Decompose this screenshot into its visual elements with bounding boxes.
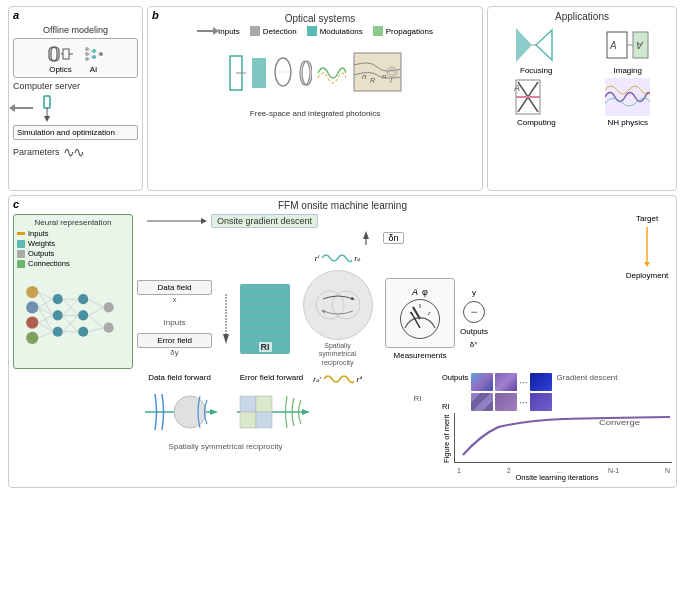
- svg-point-55: [53, 327, 63, 337]
- svg-rect-1: [51, 47, 59, 61]
- y-label: y: [472, 288, 476, 297]
- legend-propagations: Propagations: [373, 26, 433, 36]
- svg-marker-94: [644, 262, 650, 267]
- measurements-label: Measurements: [394, 351, 447, 360]
- photonic-chip-icon: n R n I: [350, 45, 405, 100]
- laser-source-icon: [226, 48, 246, 98]
- svg-line-90: [428, 312, 430, 315]
- error-field-box: Error field: [137, 333, 212, 348]
- target-arrow-icon: [639, 227, 655, 267]
- target-label: Target: [636, 214, 658, 223]
- converge-section: Outputs RI ···: [442, 373, 672, 483]
- optics-icon: Optics: [47, 43, 75, 74]
- converge-chart: Converge 1 2 ... N-1 N: [454, 413, 672, 463]
- svg-marker-35: [516, 28, 532, 62]
- main-flow: Onsite gradient descent δn Data field: [137, 214, 618, 369]
- svg-text:A: A: [514, 83, 520, 93]
- ri-label-flow: rᴵ: [315, 254, 319, 263]
- x-1: 1: [457, 467, 461, 474]
- svg-marker-81: [201, 218, 207, 224]
- svg-point-9: [92, 55, 96, 59]
- a-label: A: [412, 287, 418, 297]
- legend-modulations-label: Modulations: [320, 27, 363, 36]
- wave-reciprocity-area: rᴵ rₒ: [295, 248, 380, 389]
- label-a: a: [13, 9, 19, 21]
- outputs-col: y − Outputs δˣ: [460, 288, 488, 349]
- focusing-icon: [514, 26, 559, 64]
- x-label: x: [137, 295, 212, 304]
- legend-inputs: Inputs: [197, 27, 240, 36]
- arrow-to-ri-icon: [217, 289, 235, 349]
- measurements-col: A φ: [385, 278, 455, 360]
- svg-marker-85: [223, 334, 229, 344]
- inputs-arrow-icon: [197, 30, 215, 32]
- legend-inputs-label: Inputs: [218, 27, 240, 36]
- detection-box-icon: [250, 26, 260, 36]
- middle-area: Neural representation Inputs Weights Out…: [13, 214, 672, 369]
- svg-line-12: [89, 51, 92, 54]
- legend-modulations: Modulations: [307, 26, 363, 36]
- svg-rect-2: [63, 49, 69, 59]
- svg-rect-103: [256, 412, 272, 428]
- data-field-fwd-diagram: [140, 384, 220, 439]
- x-n1: N-1: [608, 467, 619, 474]
- delta-n-arrow-icon: [351, 231, 381, 245]
- delta-y-label: δy: [137, 348, 212, 357]
- svg-point-57: [78, 310, 88, 320]
- propagations-box-icon: [373, 26, 383, 36]
- svg-point-7: [85, 57, 89, 61]
- panel-apps: Applications Focusing A: [487, 6, 677, 191]
- panel-a: a Offline modeling Optics: [8, 6, 143, 191]
- svg-text:n: n: [382, 72, 387, 81]
- ri-bottom-label: RI: [217, 394, 618, 403]
- svg-line-77: [88, 307, 103, 315]
- svg-line-76: [88, 299, 103, 307]
- wave1-icon: [322, 248, 352, 268]
- svg-line-11: [89, 49, 92, 51]
- spat-sym-section: Data field forward: [13, 373, 438, 483]
- legend-detection-label: Detection: [263, 27, 297, 36]
- optics-svg-icon: [47, 43, 75, 65]
- label-b: b: [152, 9, 159, 21]
- wave-propagation-icon: [316, 48, 346, 98]
- svg-line-15: [96, 51, 99, 54]
- legend-connections-label: Connections: [28, 259, 70, 268]
- svg-line-66: [38, 315, 52, 322]
- optical-systems-title: Optical systems: [152, 13, 478, 24]
- computing-icon: A: [514, 78, 559, 116]
- svg-point-58: [78, 327, 88, 337]
- imaging-icon: A ∀: [605, 26, 650, 64]
- ai-icon: AI: [83, 43, 105, 74]
- ai-svg-icon: [83, 43, 105, 65]
- label-c: c: [13, 198, 19, 210]
- data-error-col: Data field x Inputs Error field δy: [137, 280, 212, 357]
- simulation-box: Simulation and optimization: [13, 125, 138, 140]
- svg-rect-17: [44, 96, 50, 108]
- svg-marker-36: [536, 30, 552, 60]
- svg-text:Converge: Converge: [599, 418, 640, 427]
- svg-rect-48: [605, 78, 650, 116]
- gauge-icon: [400, 299, 440, 339]
- delta-x-label: δˣ: [470, 340, 478, 349]
- svg-point-86: [310, 277, 366, 333]
- outputs-label: Outputs: [460, 327, 488, 336]
- svg-text:A: A: [609, 40, 617, 51]
- svg-line-67: [38, 323, 52, 332]
- phi-label: φ: [422, 287, 428, 297]
- ri-main-label: RI: [259, 342, 272, 352]
- svg-point-8: [92, 49, 96, 53]
- x-dots: ...: [556, 467, 562, 474]
- app-computing: A Computing: [492, 78, 581, 127]
- gradient-descent-label: Onsite gradient descent: [211, 214, 318, 228]
- ffm-title: FFM onsite machine learning: [13, 200, 672, 211]
- inputs-flow-label: Inputs: [137, 318, 212, 327]
- ri-block: RI: [240, 284, 290, 354]
- panel-c: c FFM onsite machine learning Neural rep…: [8, 195, 677, 488]
- svg-marker-99: [302, 409, 310, 415]
- app-focusing: Focusing: [492, 26, 581, 75]
- svg-point-52: [26, 332, 38, 344]
- flow-diagram: Data field x Inputs Error field δy: [137, 248, 618, 389]
- legend-weights-label: Weights: [28, 239, 55, 248]
- svg-line-13: [89, 54, 92, 57]
- legend-inputs-nn-label: Inputs: [28, 229, 48, 238]
